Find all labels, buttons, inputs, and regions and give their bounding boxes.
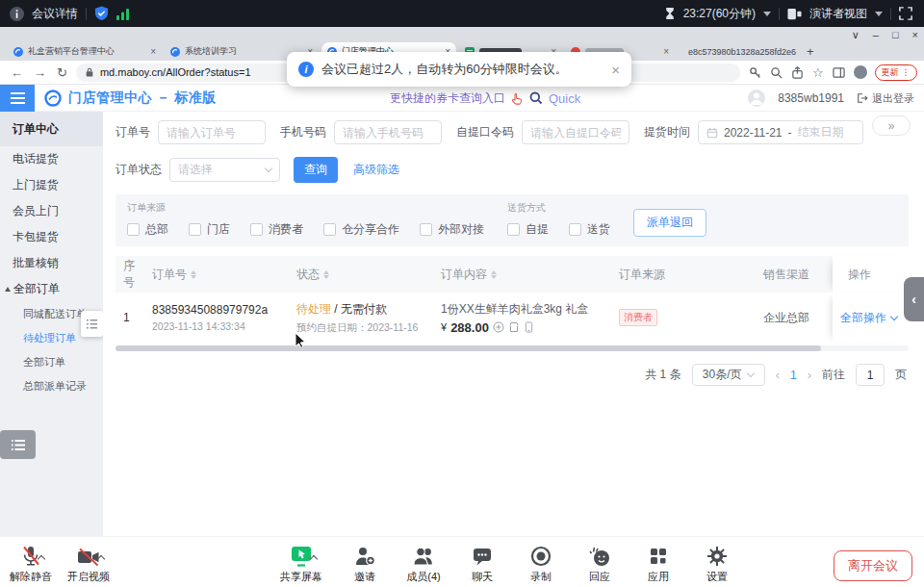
phone-input[interactable] bbox=[334, 120, 442, 144]
window-maximize-button[interactable]: □ bbox=[892, 29, 899, 41]
collapse-filters-button[interactable]: » bbox=[872, 115, 911, 136]
col-status[interactable]: 状态 bbox=[289, 267, 433, 283]
checkbox-option-hq[interactable]: 总部 bbox=[127, 221, 168, 238]
quick-search-icon[interactable] bbox=[529, 91, 543, 105]
checkbox-option-warehouse-share[interactable]: 仓分享合作 bbox=[323, 221, 399, 238]
sort-icon[interactable] bbox=[191, 270, 196, 279]
page-size-select[interactable]: 30条/页 bbox=[692, 364, 765, 386]
browser-profile-avatar[interactable] bbox=[854, 65, 867, 79]
goto-page-input[interactable] bbox=[856, 364, 885, 386]
sidebar-item-batch-verify[interactable]: 批量核销 bbox=[0, 250, 103, 276]
toast-close-icon[interactable]: × bbox=[611, 62, 620, 78]
info-icon bbox=[10, 7, 24, 21]
order-status-select[interactable]: 请选择 bbox=[169, 158, 280, 182]
window-minimize-button[interactable]: – bbox=[873, 29, 879, 41]
sort-icon[interactable] bbox=[323, 270, 329, 279]
checkbox-option-store[interactable]: 门店 bbox=[189, 221, 230, 238]
horizontal-scrollbar[interactable] bbox=[116, 345, 909, 351]
checkbox[interactable] bbox=[420, 223, 432, 236]
settings-button[interactable]: 设置 bbox=[692, 544, 742, 584]
view-mode-label[interactable]: 演讲者视图 bbox=[809, 6, 867, 22]
start-video-button[interactable]: 开启视频 bbox=[64, 544, 114, 584]
password-key-icon[interactable] bbox=[749, 66, 761, 79]
advanced-filter-link[interactable]: 高级筛选 bbox=[353, 162, 399, 178]
sort-icon[interactable] bbox=[491, 270, 497, 279]
shield-check-icon[interactable] bbox=[94, 6, 109, 21]
meeting-dock-handle[interactable] bbox=[81, 311, 103, 337]
timer-caret-icon[interactable] bbox=[763, 12, 771, 16]
zoom-icon[interactable] bbox=[770, 66, 783, 79]
new-tab-button[interactable]: + bbox=[807, 44, 814, 59]
side-panel-icon[interactable] bbox=[833, 66, 845, 79]
leave-meeting-button[interactable]: 离开会议 bbox=[834, 550, 912, 581]
share-screen-button[interactable]: 共享屏幕 bbox=[271, 544, 331, 584]
tab-title: 礼盒营销平台管理中心 bbox=[28, 45, 115, 58]
current-page[interactable]: 1 bbox=[790, 369, 797, 382]
browser-tab-6[interactable]: e8c573980b1328a258fd2e6 × bbox=[678, 42, 800, 61]
meeting-panel-handle[interactable]: ‹ bbox=[904, 277, 924, 321]
dispatch-return-button[interactable]: 派单退回 bbox=[633, 209, 706, 237]
checkbox-option-delivery[interactable]: 送货 bbox=[569, 221, 610, 238]
date-range-input[interactable]: 2022-11-21 - 结束日期 bbox=[698, 120, 863, 144]
unmute-button[interactable]: 解除静音 bbox=[6, 544, 56, 584]
scrollbar-thumb[interactable] bbox=[116, 345, 821, 351]
reload-button[interactable]: ↻ bbox=[57, 66, 67, 79]
sidebar-item-card-pickup[interactable]: 卡包提货 bbox=[0, 224, 103, 250]
members-button[interactable]: 成员(4) bbox=[398, 544, 449, 584]
checkbox[interactable] bbox=[127, 223, 140, 236]
meeting-list-float-button[interactable] bbox=[0, 430, 36, 459]
tab-close-icon[interactable]: × bbox=[150, 46, 156, 57]
browser-tab-1[interactable]: 礼盒营销平台管理中心 × bbox=[8, 42, 162, 61]
share-icon[interactable] bbox=[791, 66, 804, 79]
sidebar-item-phone-pickup[interactable]: 电话提货 bbox=[0, 146, 103, 172]
list-icon bbox=[86, 319, 98, 330]
forward-button[interactable]: → bbox=[34, 66, 46, 79]
sidebar-group-all-orders[interactable]: 全部订单 bbox=[0, 276, 103, 302]
bookmark-star-icon[interactable]: ☆ bbox=[812, 66, 824, 79]
back-button[interactable]: ← bbox=[11, 66, 23, 79]
meeting-details-label[interactable]: 会议详情 bbox=[32, 6, 78, 22]
window-close-button[interactable]: × bbox=[912, 29, 918, 41]
invite-button[interactable]: 邀请 bbox=[340, 544, 390, 584]
browser-update-button[interactable]: 更新 ⋮ bbox=[875, 64, 917, 81]
sidebar-subitem-hq-dispatch-log[interactable]: 总部派单记录 bbox=[0, 374, 103, 398]
checkbox[interactable] bbox=[507, 223, 520, 236]
browser-menu-caret[interactable]: ∨ bbox=[852, 29, 860, 41]
all-actions-dropdown[interactable]: 全部操作 bbox=[833, 310, 897, 326]
quick-label[interactable]: Quick bbox=[549, 91, 580, 106]
checkbox-option-consumer[interactable]: 消费者 bbox=[250, 221, 303, 238]
chevron-down-icon bbox=[747, 370, 755, 377]
table-header-row: 序号 订单号 状态 订单内容 订单来源 销售渠道 操作 bbox=[116, 256, 909, 293]
tab-close-icon[interactable]: × bbox=[663, 46, 669, 57]
pickup-code-input[interactable] bbox=[522, 120, 629, 144]
search-button[interactable]: 查询 bbox=[294, 157, 338, 183]
sidebar-subitem-all-orders[interactable]: 全部订单 bbox=[0, 350, 103, 374]
cell-status: 待处理 / 无需付款 预约自提日期：2023-11-16 bbox=[289, 301, 433, 335]
apps-button[interactable]: 应用 bbox=[633, 544, 683, 584]
checkbox[interactable] bbox=[323, 223, 336, 236]
logout-button[interactable]: 退出登录 bbox=[857, 91, 914, 106]
username[interactable]: 8385wb1991 bbox=[778, 91, 844, 105]
col-order-no[interactable]: 订单号 bbox=[144, 267, 289, 283]
next-page-button[interactable]: › bbox=[808, 368, 811, 382]
menu-toggle-button[interactable] bbox=[0, 85, 35, 112]
checkbox[interactable] bbox=[189, 223, 201, 236]
view-caret-icon[interactable] bbox=[875, 12, 883, 16]
sidebar-item-door-pickup[interactable]: 上门提货 bbox=[0, 172, 103, 198]
reactions-button[interactable]: 回应 bbox=[575, 544, 625, 584]
network-signal-icon[interactable] bbox=[116, 8, 130, 20]
checkbox[interactable] bbox=[569, 223, 581, 236]
coupon-query-link[interactable]: 更快捷的券卡查询入口 bbox=[390, 90, 505, 107]
col-content[interactable]: 订单内容 bbox=[433, 267, 611, 283]
record-button[interactable]: 录制 bbox=[516, 544, 566, 584]
sidebar-item-member-visit[interactable]: 会员上门 bbox=[0, 198, 103, 224]
prev-page-button[interactable]: ‹ bbox=[776, 368, 780, 382]
divider bbox=[779, 8, 780, 20]
checkbox-option-self-pickup[interactable]: 自提 bbox=[507, 221, 549, 238]
chat-button[interactable]: 聊天 bbox=[457, 544, 507, 584]
user-avatar[interactable] bbox=[748, 89, 765, 107]
fullscreen-icon[interactable] bbox=[899, 7, 912, 20]
checkbox[interactable] bbox=[250, 223, 263, 236]
checkbox-option-external[interactable]: 外部对接 bbox=[420, 221, 484, 238]
order-no-input[interactable] bbox=[158, 120, 266, 144]
